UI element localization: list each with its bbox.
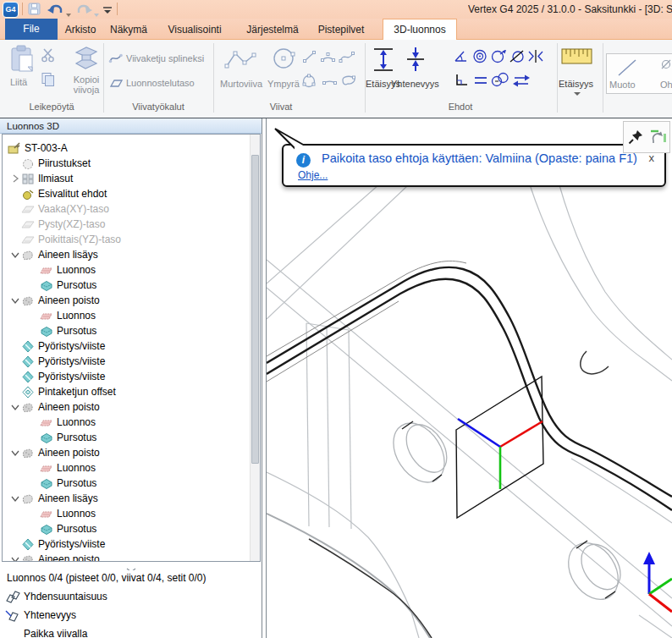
thin-circle-icon[interactable]	[660, 58, 672, 74]
perpendicular-curve-constraint-icon[interactable]	[509, 49, 526, 67]
circle-button[interactable]: Ympyrä	[267, 79, 300, 89]
shape-partial-button[interactable]: Oh	[660, 80, 672, 90]
help-link[interactable]: Ohje...	[298, 169, 328, 181]
symmetry-constraint-icon[interactable]	[527, 49, 544, 67]
cut-icon[interactable]	[41, 47, 56, 66]
polygon-icon[interactable]	[301, 74, 317, 92]
polyline-button[interactable]: Murtoviiva	[220, 79, 262, 89]
status-item-paikka-viivalla[interactable]: Paikka viivalla	[5, 626, 87, 638]
equal-radius-constraint-icon[interactable]	[491, 72, 510, 91]
tree-item-pysty-xz-taso[interactable]: Pysty(XZ)-taso	[3, 217, 260, 232]
dimension-dropdown-icon[interactable]	[574, 92, 581, 96]
pin-button[interactable]	[625, 124, 646, 151]
spline-icon[interactable]	[339, 50, 355, 68]
tree-item-piirustukset[interactable]: Piirustukset	[3, 156, 260, 171]
tab-j-rjestelm-[interactable]: Järjestelmä	[245, 21, 300, 40]
tree-item-py-ristys-viiste[interactable]: Pyöristys/viiste	[3, 369, 260, 384]
coincidence-constraint-icon[interactable]	[403, 46, 428, 77]
chevron-expanded-icon[interactable]	[9, 553, 21, 562]
app-logo-icon[interactable]: G4	[3, 2, 19, 18]
copy-lines-button[interactable]: Kopioi viivoja	[66, 74, 107, 95]
panel-splitter[interactable]	[2, 562, 261, 570]
customize-quick-access-icon[interactable]	[102, 4, 113, 19]
circle-icon[interactable]	[270, 46, 299, 76]
tree-item-luonnos[interactable]: Luonnos	[3, 308, 260, 323]
chevron-expanded-icon[interactable]	[9, 294, 21, 306]
chevron-expanded-icon[interactable]	[9, 492, 21, 504]
shape-line-icon[interactable]	[615, 57, 639, 82]
sketch-plane-icon[interactable]	[108, 77, 124, 92]
tree-item-st-003-a[interactable]: ST-003-A	[3, 140, 260, 156]
sketch-browser-panel: Luonnos 3D ST-003-APiirustuksetIlmiasutE…	[0, 118, 262, 638]
chevron-expanded-icon[interactable]	[9, 447, 21, 459]
tree-item-aineen-poisto[interactable]: Aineen poisto	[3, 445, 260, 460]
arc-icon[interactable]	[320, 50, 336, 68]
save-icon[interactable]	[27, 2, 41, 19]
close-icon[interactable]: x	[649, 152, 655, 163]
ruler-icon[interactable]	[561, 47, 593, 70]
angle-constraint-icon[interactable]	[453, 49, 470, 67]
tree-item-luonnos[interactable]: Luonnos	[3, 415, 260, 430]
chevron-expanded-icon[interactable]	[9, 401, 21, 413]
copy-lines-icon[interactable]	[72, 44, 101, 76]
arc-3point-icon[interactable]	[322, 74, 338, 91]
redo-icon[interactable]	[74, 2, 93, 19]
tree-item-luonnos[interactable]: Luonnos	[3, 460, 260, 476]
tree-item-aineen-lis-ys[interactable]: Aineen lisäys	[3, 247, 260, 262]
tree-item-py-ristys-viiste[interactable]: Pyöristys/viiste	[3, 354, 260, 369]
shape-button[interactable]: Muoto	[609, 80, 636, 90]
tree-item-label: Piirustukset	[38, 157, 91, 169]
tab-3d-luonnos[interactable]: 3D-luonnos	[383, 19, 457, 40]
chevron-expanded-icon[interactable]	[9, 249, 21, 261]
equal-length-constraint-icon[interactable]	[512, 73, 531, 91]
tab-file[interactable]: File	[5, 19, 58, 40]
tangent-constraint-icon[interactable]	[490, 49, 508, 67]
status-item-yhdensuuntaisuus[interactable]: Yhdensuuntaisuus	[5, 589, 107, 604]
parallel-constraint-icon[interactable]	[472, 73, 489, 91]
tree-item-poikittais-yz-taso[interactable]: Poikittais(YZ)-taso	[3, 232, 260, 247]
tree-item-aineen-poisto[interactable]: Aineen poisto	[3, 399, 260, 415]
spline-chain-icon[interactable]	[108, 52, 124, 68]
concentric-constraint-icon[interactable]	[471, 49, 488, 67]
tree-item-luonnos[interactable]: Luonnos	[3, 506, 260, 521]
tree-item-luonnos[interactable]: Luonnos	[3, 262, 260, 278]
tab-visualisointi[interactable]: Visualisointi	[166, 21, 223, 40]
polyline-icon[interactable]	[223, 47, 260, 74]
tree-item-ilmiasut[interactable]: Ilmiasut	[3, 171, 260, 186]
chevron-collapsed-icon[interactable]	[9, 173, 21, 184]
tree-item-vaaka-xy-taso[interactable]: Vaaka(XY)-taso	[3, 201, 260, 217]
tree-item-aineen-poisto[interactable]: Aineen poisto	[3, 293, 260, 308]
sketch-plane-button[interactable]: Luonnostelutaso	[126, 78, 195, 88]
3d-viewport[interactable]: i Paikoita taso ehtoja käyttäen: Valmiin…	[267, 118, 672, 638]
tree-item-pursotus[interactable]: Pursotus	[3, 521, 260, 536]
tree-item-aineen-poisto[interactable]: Aineen poisto	[3, 552, 260, 562]
tree-item-esivalitut-ehdot[interactable]: Esivalitut ehdot	[3, 186, 260, 201]
dimension-distance-button[interactable]: Etäisyys	[559, 79, 593, 89]
coincidence-constraint-button[interactable]: Yhtenevyys	[391, 79, 439, 89]
paste-icon[interactable]	[8, 44, 36, 76]
tree-item-pursotus[interactable]: Pursotus	[3, 430, 260, 445]
tree-item-pursotus[interactable]: Pursotus	[3, 278, 260, 293]
update-view-button[interactable]	[647, 124, 669, 151]
copy-icon[interactable]	[41, 72, 56, 91]
tree-item-aineen-lis-ys[interactable]: Aineen lisäys	[3, 491, 260, 506]
tree-scrollbar[interactable]	[250, 135, 260, 561]
tree-item-py-ristys-viiste[interactable]: Pyöristys/viiste	[3, 338, 260, 354]
paste-button[interactable]: Liitä	[10, 77, 27, 87]
spline-chain-button[interactable]: Viivaketju splineksi	[126, 53, 204, 63]
tab-pistepilvet[interactable]: Pistepilvet	[315, 21, 367, 40]
undo-icon[interactable]	[47, 2, 65, 19]
status-item-yhtenevyys[interactable]: Yhtenevyys	[5, 608, 76, 623]
tab-arkisto[interactable]: Arkisto	[59, 21, 102, 40]
distance-constraint-icon[interactable]	[371, 46, 396, 77]
tree-item-pursotus[interactable]: Pursotus	[3, 476, 260, 491]
tree-item-pintaketjun-offset[interactable]: Pintaketjun offset	[3, 384, 260, 399]
closed-spline-icon[interactable]	[340, 74, 357, 91]
tree-item-py-ristys-viiste[interactable]: Pyöristys/viiste	[3, 536, 260, 552]
tree-scrollbar-thumb[interactable]	[251, 155, 259, 464]
feature-tree[interactable]: ST-003-APiirustuksetIlmiasutEsivalitut e…	[2, 134, 261, 562]
tab-n-kym-[interactable]: Näkymä	[107, 21, 150, 40]
line-icon[interactable]	[301, 50, 317, 68]
tree-item-pursotus[interactable]: Pursotus	[3, 323, 260, 338]
perpendicular-constraint-icon[interactable]	[454, 73, 470, 91]
